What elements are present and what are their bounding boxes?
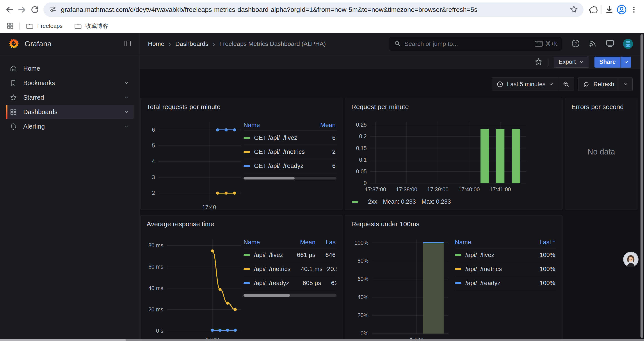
breadcrumb-separator: › — [169, 40, 171, 48]
sidebar-item-bookmarks[interactable]: Bookmarks — [6, 76, 134, 90]
back-icon[interactable] — [3, 3, 16, 16]
chevron-down-icon[interactable] — [124, 95, 129, 100]
refresh-icon — [583, 81, 590, 88]
bookmark-folder-freeleaps[interactable]: Freeleaps — [26, 22, 63, 30]
horizontal-scrollbar-thumb[interactable] — [0, 339, 126, 341]
share-button[interactable]: Share — [594, 57, 620, 68]
sidebar: Grafana Home Bookmarks Starred — [0, 33, 140, 341]
reload-icon[interactable] — [28, 3, 41, 16]
series-swatch — [244, 151, 250, 153]
refresh-interval-button[interactable] — [619, 78, 632, 91]
grafana-logo[interactable] — [9, 38, 19, 49]
collapse-sidebar-icon[interactable] — [124, 40, 132, 48]
apps-grid-icon[interactable] — [6, 22, 14, 30]
time-range-button[interactable]: Last 5 minutes — [492, 78, 558, 91]
panel-title[interactable]: Request per minute — [345, 98, 562, 115]
table-row[interactable]: /api/_/readyz100% — [455, 276, 556, 290]
profile-icon[interactable] — [616, 4, 628, 16]
browser-toolbar: grafana.mathmast.com/d/deytv4rwavabkb/fr… — [0, 0, 644, 19]
no-data-message: No data — [565, 147, 637, 156]
sidebar-item-alerting[interactable]: Alerting — [6, 119, 134, 133]
legend-table-requests-under-100ms[interactable]: NameLast */api/_/livez100%/api/_/metrics… — [455, 237, 556, 290]
browser-menu-icon[interactable] — [628, 4, 640, 16]
svg-text:?: ? — [574, 41, 577, 46]
table-header[interactable]: NameMeanLas — [244, 237, 336, 248]
legend-request-per-minute[interactable]: 2xx Mean: 0.233 Max: 0.233 — [352, 198, 451, 205]
table-header[interactable]: NameLast * — [455, 237, 556, 248]
refresh-group: Refresh — [578, 77, 632, 91]
breadcrumb-current: Freeleaps Metrics Dashboard (ALPHA) — [220, 40, 326, 47]
chevron-down-icon[interactable] — [124, 109, 129, 115]
toolbar-divider — [601, 5, 602, 14]
vertical-scrollbar[interactable] — [640, 34, 643, 338]
breadcrumb-home[interactable]: Home — [148, 40, 164, 47]
chevron-down-icon[interactable] — [124, 124, 129, 129]
floating-avatar[interactable] — [623, 252, 638, 267]
table-row[interactable]: /api/_/livez100% — [455, 248, 556, 262]
sidebar-item-home[interactable]: Home — [6, 62, 134, 76]
chevron-down-icon[interactable] — [124, 80, 129, 86]
downloads-icon[interactable] — [603, 4, 616, 16]
panel-title[interactable]: Total requests per minute — [140, 98, 342, 115]
app-header: Home › Dashboards › Freeleaps Metrics Da… — [140, 33, 644, 55]
table-row[interactable]: /api/_/livez661 µs646 — [244, 248, 336, 262]
grafana-app: Grafana Home Bookmarks Starred — [0, 33, 644, 341]
bookmark-label: 收藏博客 — [86, 22, 108, 30]
table-scrollbar[interactable] — [244, 177, 336, 179]
panel-title[interactable]: Requests under 100ms — [345, 215, 562, 233]
breadcrumb: Home › Dashboards › Freeleaps Metrics Da… — [148, 40, 326, 48]
table-header[interactable]: NameMean — [244, 119, 336, 131]
url-bar[interactable]: grafana.mathmast.com/d/deytv4rwavabkb/fr… — [44, 3, 584, 17]
dashboard-actions: Export Share — [140, 55, 644, 69]
site-settings-icon[interactable] — [49, 5, 57, 14]
export-button[interactable]: Export — [554, 57, 589, 68]
help-icon[interactable]: ? — [571, 39, 580, 49]
zoom-out-button[interactable] — [558, 78, 574, 91]
table-row[interactable]: GET /api/_/livez6 — [244, 131, 336, 145]
table-row[interactable]: /api/_/metrics40.1 ms20.5 r — [244, 262, 336, 276]
panel-title[interactable]: Errors per second — [565, 98, 637, 115]
table-scrollbar[interactable] — [244, 294, 336, 297]
chart-average-response-time[interactable]: 17:4080 ms60 ms40 ms20 ms0 s — [147, 237, 243, 341]
legend-series-label[interactable]: 2xx — [368, 198, 377, 205]
series-swatch — [244, 254, 250, 256]
forward-icon[interactable] — [16, 3, 28, 16]
table-row[interactable]: GET /api/_/metrics2 — [244, 145, 336, 159]
user-avatar[interactable] — [623, 39, 633, 49]
chevron-down-icon — [623, 82, 628, 87]
bookmark-icon — [10, 79, 17, 87]
extensions-icon[interactable] — [587, 4, 599, 16]
table-row[interactable]: /api/_/metrics100% — [455, 262, 556, 276]
breadcrumb-separator: › — [213, 40, 215, 48]
favorite-star-icon[interactable] — [534, 58, 543, 67]
refresh-button[interactable]: Refresh — [578, 78, 618, 91]
series-swatch — [455, 268, 462, 270]
home-icon — [10, 65, 17, 72]
bell-icon — [10, 123, 17, 130]
legend-table-average-response-time[interactable]: NameMeanLas/api/_/livez661 µs646/api/_/m… — [244, 237, 336, 297]
table-row[interactable]: /api/_/readyz605 µs620 — [244, 276, 336, 290]
zoom-out-icon — [563, 81, 570, 88]
chart-requests-under-100ms[interactable]: 17:40100%80%60%40%20%0% — [352, 237, 450, 341]
url-text[interactable]: grafana.mathmast.com/d/deytv4rwavabkb/fr… — [61, 6, 478, 14]
legend-table-total-requests[interactable]: NameMeanGET /api/_/livez6GET /api/_/metr… — [244, 119, 336, 179]
kiosk-monitor-icon[interactable] — [606, 39, 615, 49]
chart-total-requests[interactable]: 17:4065432 — [147, 119, 243, 215]
keyboard-icon — [534, 41, 543, 47]
series-swatch — [244, 268, 250, 270]
search-input[interactable]: ⌘+k — [389, 37, 562, 51]
panel-title[interactable]: Average response time — [140, 215, 342, 233]
bookmark-folder-blogs[interactable]: 收藏博客 — [74, 22, 108, 30]
table-row[interactable]: GET /api/_/readyz6 — [244, 159, 336, 173]
bookmark-star-icon[interactable] — [570, 5, 578, 15]
sidebar-item-starred[interactable]: Starred — [6, 90, 134, 104]
breadcrumb-dashboards[interactable]: Dashboards — [175, 40, 208, 47]
dashboard-canvas: Last 5 minutes Refresh — [140, 69, 644, 341]
share-menu-button[interactable] — [621, 57, 631, 68]
sidebar-nav: Home Bookmarks Starred Dashboards — [0, 55, 140, 133]
chart-request-per-minute[interactable]: 17:37:0017:38:0017:39:0017:40:0017:41:00… — [352, 119, 529, 198]
panel-average-response-time: Average response time 17:4080 ms60 ms40 … — [140, 215, 342, 341]
news-rss-icon[interactable] — [588, 39, 597, 49]
chevron-down-icon — [579, 60, 584, 65]
sidebar-item-dashboards[interactable]: Dashboards — [6, 105, 134, 119]
